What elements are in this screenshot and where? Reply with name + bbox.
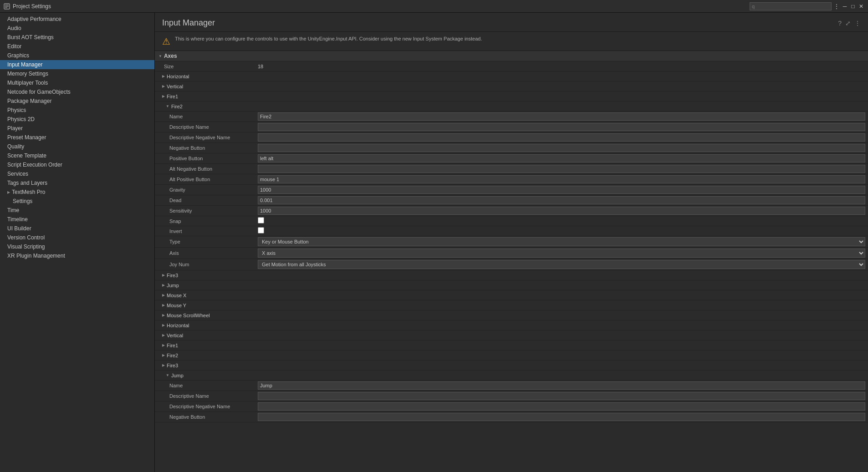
- axis-header-fire2-2[interactable]: ▶ Fire2: [155, 350, 868, 360]
- field-input-dead[interactable]: [258, 196, 865, 204]
- field-value[interactable]: [255, 391, 868, 401]
- sidebar-item-memory-settings[interactable]: Memory Settings: [0, 69, 154, 78]
- field-input-alt-positive-button[interactable]: [258, 175, 865, 183]
- sidebar-item-visual-scripting[interactable]: Visual Scripting: [0, 242, 154, 251]
- field-select-axis[interactable]: X axisY axis3rd axis4th axis: [258, 249, 865, 258]
- axis-header-vertical[interactable]: ▶ Vertical: [155, 81, 868, 91]
- field-value: [255, 226, 868, 236]
- sidebar-item-script-execution-order[interactable]: Script Execution Order: [0, 160, 154, 169]
- sidebar-item-burst-aot-settings[interactable]: Burst AOT Settings: [0, 33, 154, 42]
- field-value[interactable]: [255, 164, 868, 174]
- jump-field-input-descriptive-name[interactable]: [258, 392, 865, 400]
- sidebar-item-services[interactable]: Services: [0, 169, 154, 178]
- field-select-type[interactable]: Key or Mouse ButtonMouse MovementJoystic…: [258, 237, 865, 246]
- field-value[interactable]: Key or Mouse ButtonMouse MovementJoystic…: [255, 236, 868, 247]
- sidebar-item-ui-builder[interactable]: UI Builder: [0, 224, 154, 233]
- field-value[interactable]: [255, 122, 868, 132]
- sidebar-item-scene-template[interactable]: Scene Template: [0, 151, 154, 160]
- field-checkbox-snap[interactable]: [258, 217, 264, 223]
- axes-section-header[interactable]: ▼ Axes: [155, 51, 868, 61]
- field-label: Snap: [155, 217, 255, 225]
- title-bar-title: Project Settings: [13, 3, 51, 10]
- field-value[interactable]: [255, 401, 868, 411]
- sidebar-item-quality[interactable]: Quality: [0, 142, 154, 151]
- window-minimize-btn[interactable]: ─: [842, 3, 848, 10]
- sidebar-item-version-control[interactable]: Version Control: [0, 233, 154, 242]
- field-label: Dead: [155, 196, 255, 204]
- sidebar-item-physics-2d[interactable]: Physics 2D: [0, 115, 154, 124]
- more-options-button[interactable]: ⋮: [854, 20, 861, 27]
- field-value[interactable]: [255, 143, 868, 153]
- sidebar-item-timeline[interactable]: Timeline: [0, 215, 154, 224]
- field-select-joy-num[interactable]: Get Motion from all JoysticksJoystick 1J…: [258, 260, 865, 269]
- field-value[interactable]: [255, 381, 868, 391]
- fire2-header[interactable]: ▼ Fire2: [155, 102, 868, 112]
- field-input-descriptive-negative-name[interactable]: [258, 133, 865, 142]
- field-value[interactable]: [255, 112, 868, 122]
- axis-header-horizontal[interactable]: ▶ Horizontal: [155, 71, 868, 81]
- field-input-alt-negative-button[interactable]: [258, 165, 865, 173]
- sidebar-item-textmesh-settings[interactable]: Settings: [0, 197, 154, 206]
- sidebar-item-player[interactable]: Player: [0, 124, 154, 133]
- sidebar-item-graphics[interactable]: Graphics: [0, 51, 154, 60]
- sidebar-item-tags-and-layers[interactable]: Tags and Layers: [0, 178, 154, 188]
- axis-label: Vertical: [167, 84, 183, 89]
- sidebar-item-physics[interactable]: Physics: [0, 106, 154, 115]
- axis-header-fire3-2[interactable]: ▶ Fire3: [155, 270, 868, 280]
- field-input-name[interactable]: [258, 112, 865, 121]
- axis-header-jump-2[interactable]: ▶ Jump: [155, 280, 868, 290]
- field-value[interactable]: X axisY axis3rd axis4th axis: [255, 248, 868, 259]
- window-maximize-btn[interactable]: □: [850, 3, 856, 10]
- field-value[interactable]: [255, 132, 868, 142]
- sidebar-item-audio[interactable]: Audio: [0, 24, 154, 33]
- sidebar-item-multiplayer-tools[interactable]: Multiplayer Tools: [0, 78, 154, 87]
- jump-field-row-descriptive-name: Descriptive Name: [155, 391, 868, 401]
- axis-header-fire1[interactable]: ▶ Fire1: [155, 91, 868, 102]
- field-value[interactable]: [255, 206, 868, 216]
- jump-header[interactable]: ▼ Jump: [155, 370, 868, 381]
- axis-header-mouse-y-2[interactable]: ▶ Mouse Y: [155, 300, 868, 310]
- sidebar-item-time[interactable]: Time: [0, 206, 154, 215]
- window-more-btn[interactable]: ⋮: [833, 3, 840, 10]
- sidebar-item-adaptive-performance[interactable]: Adaptive Performance: [0, 15, 154, 24]
- field-value[interactable]: [255, 153, 868, 163]
- expand-button[interactable]: ⤢: [845, 20, 851, 27]
- sidebar-item-editor[interactable]: Editor: [0, 42, 154, 51]
- sidebar-item-xr-plugin-management[interactable]: XR Plugin Management: [0, 251, 154, 260]
- window-close-btn[interactable]: ✕: [858, 3, 864, 10]
- field-input-gravity[interactable]: [258, 186, 865, 194]
- axis-header-horizontal-2[interactable]: ▶ Horizontal: [155, 320, 868, 330]
- sidebar-item-package-manager[interactable]: Package Manager: [0, 96, 154, 106]
- axis-header-mouse-x-2[interactable]: ▶ Mouse X: [155, 290, 868, 300]
- axis-header-vertical-2[interactable]: ▶ Vertical: [155, 330, 868, 340]
- property-row-axis: AxisX axisY axis3rd axis4th axis: [155, 248, 868, 259]
- field-input-sensitivity[interactable]: [258, 207, 865, 215]
- field-checkbox-invert[interactable]: [258, 227, 264, 233]
- jump-field-input-name[interactable]: [258, 381, 865, 390]
- sidebar-item-input-manager[interactable]: Input Manager: [0, 60, 154, 69]
- help-button[interactable]: ?: [838, 20, 842, 27]
- field-value[interactable]: [255, 195, 868, 205]
- field-value[interactable]: Get Motion from all JoysticksJoystick 1J…: [255, 259, 868, 270]
- title-search-input[interactable]: [750, 2, 832, 10]
- axis-header-fire1-2[interactable]: ▶ Fire1: [155, 340, 868, 350]
- sidebar-item-preset-manager[interactable]: Preset Manager: [0, 133, 154, 142]
- axis-header-mouse-scrollwheel-2[interactable]: ▶ Mouse ScrollWheel: [155, 310, 868, 320]
- chevron-right-icon: ▶: [7, 190, 10, 194]
- field-input-negative-button[interactable]: [258, 144, 865, 152]
- axis-label: Jump: [167, 283, 179, 288]
- field-input-positive-button[interactable]: [258, 154, 865, 162]
- sidebar-item-netcode-for-gameobjects[interactable]: Netcode for GameObjects: [0, 87, 154, 96]
- axis-triangle-icon: ▶: [162, 343, 165, 347]
- field-input-descriptive-name[interactable]: [258, 123, 865, 131]
- axis-triangle-icon: ▶: [162, 333, 165, 337]
- axis-label: Fire2: [167, 353, 178, 358]
- field-value[interactable]: [255, 185, 868, 195]
- jump-field-input-negative-button[interactable]: [258, 413, 865, 421]
- axis-header-fire3-2[interactable]: ▶ Fire3: [155, 360, 868, 370]
- sidebar-item-label: Physics 2D: [7, 116, 35, 122]
- sidebar-item-textmesh-pro[interactable]: ▶TextMesh Pro: [0, 188, 154, 197]
- field-value[interactable]: [255, 174, 868, 184]
- jump-field-input-descriptive-negative-name[interactable]: [258, 402, 865, 411]
- field-value[interactable]: [255, 412, 868, 422]
